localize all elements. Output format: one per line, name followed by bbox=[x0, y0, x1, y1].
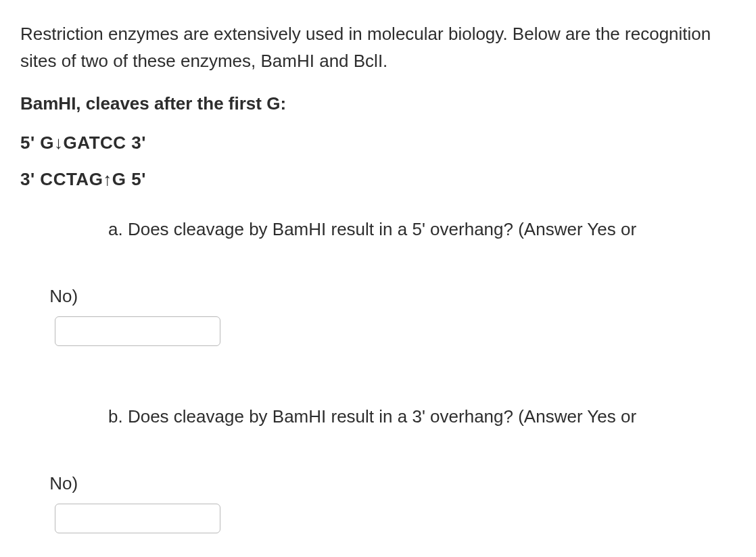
question-a-trail: No) bbox=[49, 286, 78, 306]
question-a: a. Does cleavage by BamHI result in a 5'… bbox=[20, 213, 736, 380]
intro-text: Restriction enzymes are extensively used… bbox=[20, 20, 736, 75]
answer-input-a[interactable] bbox=[55, 316, 220, 346]
answer-input-b[interactable] bbox=[55, 504, 220, 533]
question-b: b. Does cleavage by BamHI result in a 3'… bbox=[20, 400, 736, 557]
question-b-prefix: b. Does cleavage by BamHI result in a 3'… bbox=[108, 400, 636, 433]
sequence-top: 5' G↓GATCC 3' bbox=[20, 129, 736, 156]
enzyme-header: BamHI, cleaves after the first G: bbox=[20, 90, 736, 117]
question-a-prefix: a. Does cleavage by BamHI result in a 5'… bbox=[108, 213, 636, 246]
question-b-trail: No) bbox=[49, 473, 78, 493]
sequence-bottom: 3' CCTAG↑G 5' bbox=[20, 166, 736, 193]
